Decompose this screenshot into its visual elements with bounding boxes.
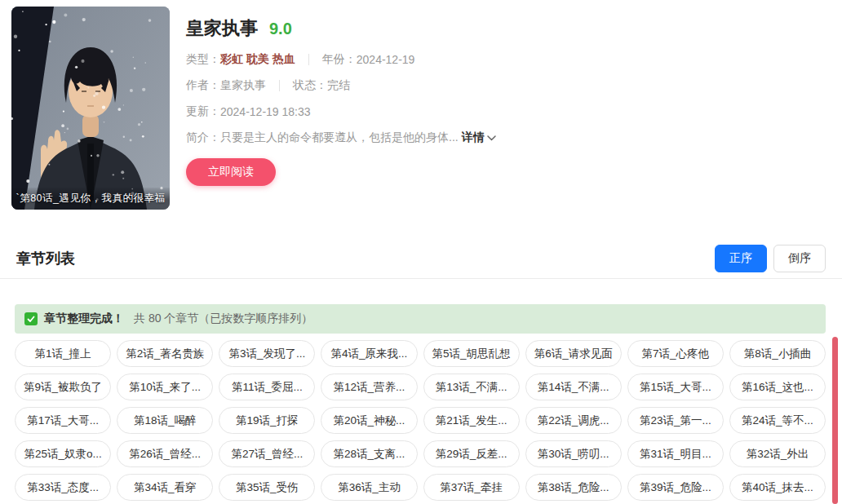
chapter-list-heading: 章节列表 — [16, 249, 75, 268]
chapter-button[interactable]: 第13话_不满... — [423, 374, 520, 400]
banner-bold-text: 章节整理完成！ — [44, 312, 124, 326]
chapters-ready-banner: 章节整理完成！ 共 80 个章节（已按数字顺序排列） — [15, 304, 826, 334]
chapter-button[interactable]: 第7话_心疼他 — [627, 340, 724, 367]
banner-text: 共 80 个章节（已按数字顺序排列） — [134, 312, 312, 326]
chapter-list-header: 章节列表 正序 倒序 — [0, 238, 842, 279]
meta-row-type-year: 类型： 彩虹 耽美 热血 年份： 2024-12-19 — [186, 52, 643, 67]
chapter-button[interactable]: 第1话_撞上 — [15, 340, 111, 367]
chapter-button[interactable]: 第35话_受伤 — [219, 474, 315, 501]
chapter-button[interactable]: 第28话_支离... — [321, 440, 417, 467]
chapter-button[interactable]: 第15话_大哥... — [627, 374, 724, 400]
chapter-button[interactable]: 第22话_调虎... — [525, 407, 622, 434]
chevron-down-icon — [487, 135, 496, 141]
chapter-button[interactable]: 第17话_大哥... — [15, 407, 111, 434]
meta-row-update: 更新： 2024-12-19 18:33 — [186, 104, 643, 119]
chapter-button[interactable]: 第26话_曾经... — [117, 440, 213, 467]
info-panel: 皇家执事 9.0 类型： 彩虹 耽美 热血 年份： 2024-12-19 作者：… — [186, 16, 643, 186]
chapter-button[interactable]: 第31话_明目... — [627, 440, 724, 467]
chapter-button[interactable]: 第5话_胡思乱想 — [423, 340, 520, 367]
chapter-button[interactable]: 第40话_抹去... — [729, 474, 826, 501]
year-label: 年份： — [322, 52, 357, 67]
chapter-button[interactable]: 第25话_奴隶o... — [15, 440, 111, 467]
chapter-button[interactable]: 第4话_原来我... — [321, 340, 417, 367]
chapter-button[interactable]: 第20话_神秘... — [321, 407, 417, 434]
update-label: 更新： — [186, 104, 220, 119]
chapter-button[interactable]: 第39话_危险... — [627, 474, 724, 501]
intro-label: 简介： — [186, 130, 220, 145]
detail-section: `第80话_遇见你，我真的很幸福 皇家执事 9.0 类型： 彩虹 耽美 热血 年… — [0, 0, 842, 237]
page-title: 皇家执事 — [186, 16, 258, 41]
cover-caption: `第80话_遇见你，我真的很幸福 — [11, 188, 170, 210]
author-label: 作者： — [186, 78, 220, 93]
read-now-button[interactable]: 立即阅读 — [186, 158, 276, 186]
chapter-button[interactable]: 第33话_态度... — [15, 474, 111, 501]
type-label: 类型： — [186, 52, 220, 67]
year-value: 2024-12-19 — [357, 53, 415, 66]
chapter-button[interactable]: 第37话_牵挂 — [423, 474, 520, 501]
detail-expand-link[interactable]: 详情 — [462, 130, 496, 145]
chapter-button[interactable]: 第10话_来了... — [117, 374, 213, 400]
chapter-button[interactable]: 第11话_委屈... — [219, 374, 315, 400]
chapter-button[interactable]: 第36话_主动 — [321, 474, 417, 501]
status-label: 状态： — [293, 78, 327, 93]
meta-row-intro: 简介： 只要是主人的命令都要遵从，包括是他的身体... 详情 — [186, 130, 643, 145]
intro-text: 只要是主人的命令都要遵从，包括是他的身体... — [220, 130, 459, 145]
chapter-button[interactable]: 第14话_不满... — [525, 374, 622, 400]
chapter-button[interactable]: 第30话_唠叨... — [525, 440, 622, 467]
scrollbar-thumb[interactable] — [832, 337, 838, 504]
status-value: 完结 — [327, 78, 350, 93]
manga-detail-page: `第80话_遇见你，我真的很幸福 皇家执事 9.0 类型： 彩虹 耽美 热血 年… — [0, 0, 842, 501]
chapter-button[interactable]: 第23话_第一... — [627, 407, 724, 434]
chapter-button[interactable]: 第32话_外出 — [729, 440, 826, 467]
cover-image[interactable]: `第80话_遇见你，我真的很幸福 — [11, 7, 170, 210]
detail-link-label: 详情 — [462, 130, 485, 145]
chapter-button[interactable]: 第24话_等不... — [729, 407, 826, 434]
chapter-button[interactable]: 第38话_危险... — [525, 474, 622, 501]
sort-ascending-button[interactable]: 正序 — [715, 245, 767, 272]
sort-button-group: 正序 倒序 — [715, 245, 826, 272]
chapter-button[interactable]: 第19话_打探 — [219, 407, 315, 434]
title-row: 皇家执事 9.0 — [186, 16, 643, 41]
chapter-button[interactable]: 第27话_曾经... — [219, 440, 315, 467]
chapter-button[interactable]: 第34话_看穿 — [117, 474, 213, 501]
chapter-button[interactable]: 第18话_喝醉 — [117, 407, 213, 434]
chapter-button[interactable]: 第21话_发生... — [423, 407, 520, 434]
chapter-grid: 第1话_撞上第2话_著名贵族第3话_发现了...第4话_原来我...第5话_胡思… — [15, 340, 826, 501]
chapter-button[interactable]: 第2话_著名贵族 — [117, 340, 213, 367]
update-value: 2024-12-19 18:33 — [220, 105, 311, 118]
divider — [279, 80, 280, 91]
meta-row-author-status: 作者： 皇家执事 状态： 完结 — [186, 78, 643, 93]
divider — [308, 54, 309, 65]
chapter-button[interactable]: 第8话_小插曲 — [729, 340, 826, 367]
chapter-button[interactable]: 第16话_这也... — [729, 374, 826, 400]
chapter-button[interactable]: 第12话_营养... — [321, 374, 417, 400]
chapter-button[interactable]: 第9话_被欺负了 — [15, 374, 111, 400]
genre-tag-links[interactable]: 彩虹 耽美 热血 — [220, 52, 295, 67]
sort-descending-button[interactable]: 倒序 — [773, 245, 826, 272]
chapter-button[interactable]: 第3话_发现了... — [219, 340, 315, 367]
check-icon — [24, 312, 38, 325]
rating-value: 9.0 — [269, 20, 292, 38]
author-value: 皇家执事 — [220, 78, 266, 93]
chapter-button[interactable]: 第6话_请求见面 — [525, 340, 622, 367]
chapter-button[interactable]: 第29话_反差... — [423, 440, 520, 467]
cover-illustration — [11, 7, 170, 210]
